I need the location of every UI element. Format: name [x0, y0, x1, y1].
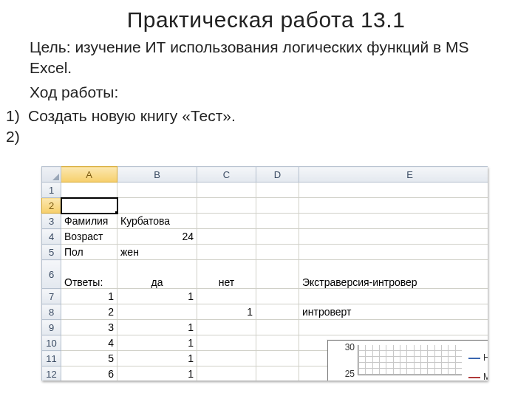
cell-B2[interactable] [117, 198, 197, 214]
legend-swatch-1 [468, 358, 480, 359]
cell-C12[interactable] [197, 366, 256, 381]
cell-A8[interactable]: 2 [61, 304, 117, 320]
cell-E1[interactable] [299, 183, 488, 198]
cell-E7[interactable] [299, 289, 488, 304]
cell-C6[interactable]: нет [197, 260, 256, 289]
cell-C8[interactable]: 1 [197, 304, 256, 320]
cell-E2[interactable] [299, 198, 488, 214]
cell-D5[interactable] [256, 245, 299, 260]
cell-B1[interactable] [117, 183, 197, 198]
row-header-4[interactable]: 4 [42, 229, 61, 245]
row-header-3[interactable]: 3 [42, 214, 61, 229]
chart-legend-1: Нестабиль [468, 352, 488, 363]
cell-D12[interactable] [256, 366, 299, 381]
cell-E4[interactable] [299, 229, 488, 245]
cell-B10[interactable]: 1 [117, 335, 197, 351]
cell-E5[interactable] [299, 245, 488, 260]
cell-C10[interactable] [197, 335, 256, 351]
cell-A3[interactable]: Фамилия [61, 214, 117, 229]
cell-A2[interactable] [61, 198, 117, 214]
row-header-9[interactable]: 9 [42, 320, 61, 335]
goal-text: Цель: изучение ИТ использования логическ… [30, 37, 505, 78]
cell-A5[interactable]: Пол [61, 245, 117, 260]
row-header-8[interactable]: 8 [42, 304, 61, 320]
cell-D7[interactable] [256, 289, 299, 304]
cell-A9[interactable]: 3 [61, 320, 117, 335]
row-header-6[interactable]: 6 [42, 260, 61, 289]
row-header-1[interactable]: 1 [42, 183, 61, 198]
row-header-10[interactable]: 10 [42, 335, 61, 351]
legend-swatch-2 [468, 377, 480, 378]
col-header-C[interactable]: C [197, 167, 256, 183]
row-header-2[interactable]: 2 [42, 198, 61, 214]
cell-B4[interactable]: 24 [117, 229, 197, 245]
col-header-A[interactable]: A [61, 167, 117, 183]
cell-A4[interactable]: Возраст [61, 229, 117, 245]
cell-C3[interactable] [197, 214, 256, 229]
select-all-corner[interactable] [42, 167, 61, 183]
cell-E8[interactable]: интроверт [299, 304, 488, 320]
cell-D4[interactable] [256, 229, 299, 245]
cell-A11[interactable]: 5 [61, 351, 117, 366]
chart-ytick-25: 25 [337, 369, 355, 379]
chart-ytick-30: 30 [337, 342, 355, 352]
col-header-D[interactable]: D [256, 167, 299, 183]
cell-B11[interactable]: 1 [117, 351, 197, 366]
cell-E3[interactable] [299, 214, 488, 229]
cell-B12[interactable]: 1 [117, 366, 197, 381]
embedded-chart[interactable]: 30 25 Нестабиль Меланхолик [327, 340, 488, 381]
cell-C5[interactable] [197, 245, 256, 260]
slide-title: Практическая работа 13.1 [0, 0, 532, 37]
row-header-11[interactable]: 11 [42, 351, 61, 366]
cell-D3[interactable] [256, 214, 299, 229]
cell-C11[interactable] [197, 351, 256, 366]
cell-D8[interactable] [256, 304, 299, 320]
cell-D9[interactable] [256, 320, 299, 335]
cell-B3[interactable]: Курбатова [117, 214, 197, 229]
excel-screenshot: ABCDE123ФамилияКурбатова4Возраст245Полже… [41, 166, 488, 381]
cell-B5[interactable]: жен [117, 245, 197, 260]
cell-D10[interactable] [256, 335, 299, 351]
cell-B7[interactable]: 1 [117, 289, 197, 304]
cell-A6[interactable]: Ответы: [61, 260, 117, 289]
col-header-B[interactable]: B [117, 167, 197, 183]
cell-A10[interactable]: 4 [61, 335, 117, 351]
cell-D11[interactable] [256, 351, 299, 366]
cell-C4[interactable] [197, 229, 256, 245]
cell-E9[interactable] [299, 320, 488, 335]
cell-C9[interactable] [197, 320, 256, 335]
row-header-7[interactable]: 7 [42, 289, 61, 304]
col-header-E[interactable]: E [299, 167, 488, 183]
row-header-12[interactable]: 12 [42, 366, 61, 381]
cell-C1[interactable] [197, 183, 256, 198]
chart-plot-area [358, 345, 462, 375]
cell-B8[interactable] [117, 304, 197, 320]
cell-C7[interactable] [197, 289, 256, 304]
cell-D1[interactable] [256, 183, 299, 198]
cell-A7[interactable]: 1 [61, 289, 117, 304]
cell-D6[interactable] [256, 260, 299, 289]
cell-E6[interactable]: Экстраверсия-интровер [299, 260, 488, 289]
step-1: Создать новую книгу «Тест». [10, 106, 532, 126]
cell-D2[interactable] [256, 198, 299, 214]
cell-B6[interactable]: да [117, 260, 197, 289]
row-header-5[interactable]: 5 [42, 245, 61, 260]
cell-A12[interactable]: 6 [61, 366, 117, 381]
cell-B9[interactable]: 1 [117, 320, 197, 335]
cell-A1[interactable] [61, 183, 117, 198]
flow-heading: Ход работы: [30, 78, 505, 103]
chart-legend-2: Меланхолик [468, 372, 488, 381]
cell-C2[interactable] [197, 198, 256, 214]
step-2 [10, 126, 532, 147]
